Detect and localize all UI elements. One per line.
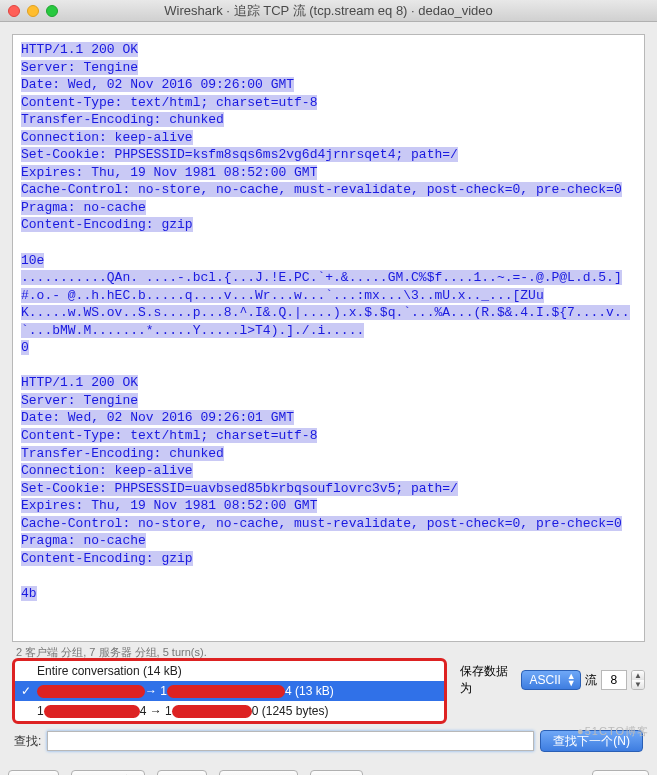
titlebar: Wireshark · 追踪 TCP 流 (tcp.stream eq 8) ·… [0, 0, 657, 22]
data-format-select[interactable]: ASCII ▲▼ [521, 670, 581, 690]
tcp-stream-content[interactable]: HTTP/1.1 200 OK Server: Tengine Date: We… [12, 34, 645, 642]
redacted-ip-icon [167, 685, 285, 698]
redacted-ip-icon [172, 705, 252, 718]
help-button[interactable]: Help [8, 770, 59, 775]
redacted-ip-icon [44, 705, 140, 718]
option-suffix: 0 (1245 bytes) [252, 704, 329, 718]
option-label: Entire conversation (14 kB) [37, 664, 182, 678]
zoom-window-icon[interactable] [46, 5, 58, 17]
stream-number-stepper[interactable]: ▲ ▼ [631, 670, 645, 690]
stream-number-input[interactable] [601, 670, 627, 690]
redacted-ip-icon [37, 685, 145, 698]
conversation-option-server-to-client[interactable]: 1 4 → 1 0 (1245 bytes) [15, 701, 444, 721]
window-title: Wireshark · 追踪 TCP 流 (tcp.stream eq 8) ·… [0, 2, 657, 20]
option-arrow: 4 → 1 [140, 704, 172, 718]
watermark: ●51CTO博客 [577, 724, 649, 739]
chevron-up-icon[interactable]: ▲ [632, 671, 644, 680]
data-format-value: ASCII [530, 673, 561, 687]
close-button[interactable]: Close [592, 770, 649, 775]
chevron-down-icon[interactable]: ▼ [632, 680, 644, 689]
conversation-option-entire[interactable]: Entire conversation (14 kB) [15, 661, 444, 681]
window-controls [0, 5, 58, 17]
conversation-option-client-to-server[interactable]: ✓ → 1 4 (13 kB) [15, 681, 444, 701]
stream-server-text: HTTP/1.1 200 OK Server: Tengine Date: We… [21, 42, 630, 601]
print-button[interactable]: 打印 [157, 770, 207, 775]
find-input[interactable] [47, 731, 534, 751]
back-button[interactable]: Back [310, 770, 363, 775]
close-window-icon[interactable] [8, 5, 20, 17]
find-label: 查找: [14, 733, 41, 750]
dialog-button-row: Help 滤掉此流 打印 Save as... Back Close [0, 758, 657, 775]
option-arrow: → 1 [145, 684, 167, 698]
conversation-select-popup[interactable]: Entire conversation (14 kB) ✓ → 1 4 (13 … [12, 658, 447, 724]
option-prefix: 1 [37, 704, 44, 718]
save-as-button[interactable]: Save as... [219, 770, 298, 775]
minimize-window-icon[interactable] [27, 5, 39, 17]
stream-number-label: 流 [585, 672, 597, 689]
save-data-as-label: 保存数据为 [460, 663, 517, 697]
option-suffix: 4 (13 kB) [285, 684, 334, 698]
filter-out-stream-button[interactable]: 滤掉此流 [71, 770, 145, 775]
check-icon: ✓ [21, 684, 31, 698]
chevron-updown-icon: ▲▼ [567, 673, 576, 687]
